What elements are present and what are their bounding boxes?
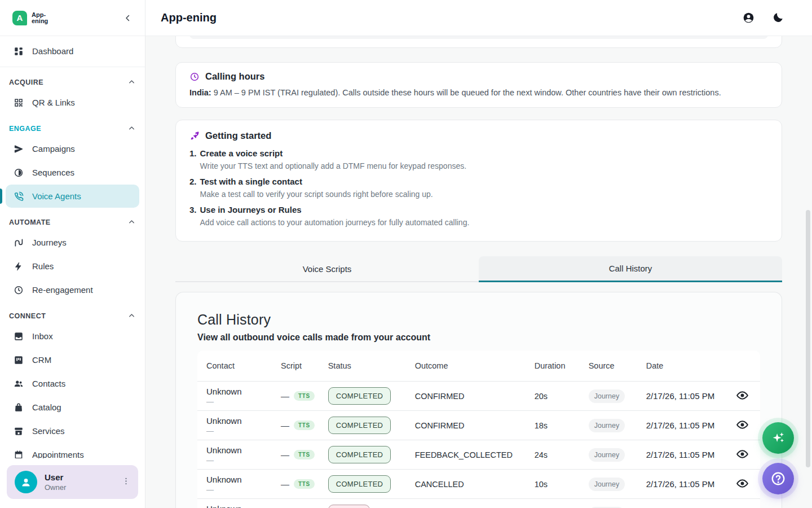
user-card[interactable]: User Owner: [7, 465, 138, 499]
script-dash: —: [281, 450, 289, 459]
getting-started-card: Getting started 1. Create a voice script…: [175, 120, 782, 242]
getting-started-step: 1. Create a voice script Write your TTS …: [189, 148, 768, 171]
call-history-subtitle: View all outbound voice calls made from …: [197, 332, 760, 343]
sidebar-item-campaigns[interactable]: Campaigns: [6, 137, 139, 160]
duration-cell: 18s: [526, 411, 580, 440]
user-menu-button[interactable]: [119, 474, 133, 490]
question-mark-icon: [770, 470, 787, 487]
sidebar-item-label: QR & Links: [32, 98, 75, 107]
sequences-icon: [14, 168, 24, 178]
tab-bar: Voice Scripts Call History: [175, 256, 782, 282]
app-logo: A: [12, 11, 27, 25]
contact-sub: —: [206, 427, 267, 435]
journeys-icon: [14, 238, 24, 248]
sidebar-item-appointments[interactable]: Appointments: [6, 443, 139, 458]
sidebar-item-label: Contacts: [32, 379, 65, 388]
chevron-up-icon: [127, 312, 136, 320]
column-header-outcome: Outcome: [406, 351, 526, 382]
getting-started-step: 2. Test with a single contact Make a tes…: [189, 177, 768, 199]
source-badge: Journey: [589, 478, 625, 491]
crm-icon: [14, 355, 24, 365]
duration-cell: 20s: [526, 382, 580, 411]
sidebar-item-dashboard[interactable]: Dashboard: [6, 40, 139, 63]
catalog-icon: [14, 402, 24, 413]
column-header-status: Status: [319, 351, 406, 382]
account-circle-icon: [742, 11, 755, 24]
sidebar-item-crm[interactable]: CRM: [6, 348, 139, 371]
scrollbar-thumb[interactable]: [806, 210, 810, 467]
sidebar-item-services[interactable]: Services: [6, 419, 139, 443]
view-call-button[interactable]: [734, 388, 751, 405]
partial-card-inner: [189, 36, 768, 39]
sidebar-section-acquire[interactable]: ACQUIRE: [0, 68, 145, 91]
qr-icon: [14, 98, 24, 108]
chevron-left-icon: [123, 13, 133, 23]
clock-icon: [189, 72, 200, 82]
call-history-title: Call History: [197, 312, 760, 328]
tts-badge: TTS: [294, 450, 315, 459]
sidebar-item-label: Campaigns: [32, 144, 75, 154]
sidebar-item-sequences[interactable]: Sequences: [6, 161, 139, 184]
tab-voice-scripts[interactable]: Voice Scripts: [175, 256, 479, 282]
sidebar-logo-row: A App- ening: [0, 0, 145, 36]
main-content: Calling hours India: 9 AM – 9 PM IST (TR…: [145, 36, 812, 508]
view-call-button[interactable]: [734, 505, 751, 508]
table-row: Unknown — — TTS FAILED NO_ANSWER 30s Jou…: [197, 499, 760, 508]
sidebar-item-qr-links[interactable]: QR & Links: [6, 91, 139, 114]
tts-badge: TTS: [294, 391, 315, 401]
sidebar-collapse-button[interactable]: [120, 10, 136, 26]
source-badge: Journey: [589, 448, 625, 462]
status-badge: COMPLETED: [328, 475, 391, 493]
app-logo-name: App- ening: [32, 12, 48, 24]
column-header-duration: Duration: [526, 351, 580, 382]
script-dash: —: [281, 479, 289, 489]
table-row: Unknown — — TTS COMPLETED CANCELLED 10s …: [197, 470, 760, 499]
sidebar-item-rules[interactable]: Rules: [6, 255, 139, 278]
calling-hours-text: India: 9 AM – 9 PM IST (TRAI regulated).…: [189, 88, 768, 97]
duration-cell: 10s: [526, 470, 580, 499]
sidebar-section-connect[interactable]: CONNECT: [0, 302, 145, 325]
sidebar-item-journeys[interactable]: Journeys: [6, 231, 139, 254]
sidebar-item-label: Catalog: [32, 402, 61, 412]
user-icon: [19, 475, 33, 489]
outcome-cell: CONFIRMED: [406, 411, 526, 440]
help-fab[interactable]: [762, 463, 794, 494]
sidebar-section-automate[interactable]: AUTOMATE: [0, 208, 145, 231]
sidebar-item-label: Appointments: [32, 450, 84, 458]
tab-call-history[interactable]: Call History: [479, 256, 782, 282]
eye-icon: [736, 389, 749, 402]
clock-icon: [14, 285, 24, 295]
sidebar-item-label: CRM: [32, 355, 51, 365]
eye-icon: [736, 418, 749, 431]
rocket-icon: [189, 131, 200, 141]
moon-icon: [771, 11, 784, 24]
dashboard-icon: [14, 46, 24, 56]
outcome-cell: NO_ANSWER: [406, 499, 526, 508]
view-call-button[interactable]: [734, 417, 751, 434]
phone-icon: [14, 191, 24, 202]
sidebar-item-catalog[interactable]: Catalog: [6, 396, 139, 419]
date-cell: 2/17/26, 11:05 PM: [637, 440, 725, 470]
account-button[interactable]: [738, 7, 759, 29]
dark-mode-toggle[interactable]: [767, 7, 788, 29]
sidebar-item-contacts[interactable]: Contacts: [6, 372, 139, 395]
sidebar-item-inbox[interactable]: Inbox: [6, 325, 139, 348]
view-call-button[interactable]: [734, 446, 751, 463]
ai-assistant-fab[interactable]: [762, 422, 794, 454]
source-badge: Journey: [589, 389, 625, 403]
sidebar-section-engage[interactable]: ENGAGE: [0, 115, 145, 137]
contact-sub: —: [206, 397, 267, 406]
view-call-button[interactable]: [734, 476, 751, 493]
sidebar-item-re-engagement[interactable]: Re-engagement: [6, 278, 139, 301]
status-badge: COMPLETED: [328, 446, 391, 463]
contact-name: Unknown: [206, 387, 267, 396]
calling-hours-card: Calling hours India: 9 AM – 9 PM IST (TR…: [175, 62, 782, 108]
sidebar-item-voice-agents[interactable]: Voice Agents: [6, 185, 139, 208]
calling-hours-title: Calling hours: [205, 71, 264, 82]
sidebar-nav: Dashboard ACQUIRE QR & Links ENGAGE Camp…: [0, 36, 145, 458]
sidebar-item-label: Rules: [32, 261, 54, 271]
chevron-up-icon: [127, 124, 136, 133]
date-cell: 2/17/26, 11:05 PM: [637, 499, 725, 508]
sparkles-icon: [770, 430, 787, 446]
appointments-icon: [14, 450, 24, 459]
